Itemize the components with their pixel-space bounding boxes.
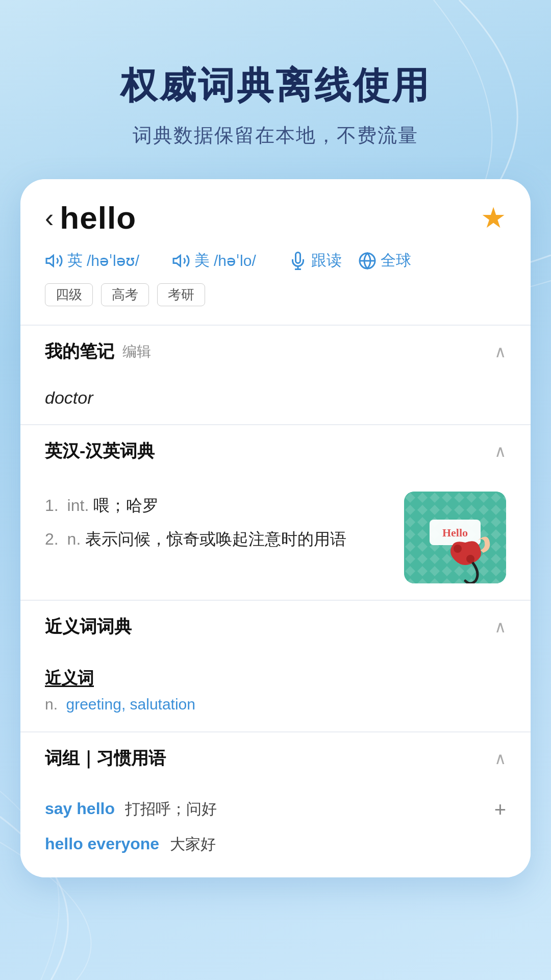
svg-text:Hello: Hello xyxy=(442,526,468,539)
dict-def-2: 2. n. 表示问候，惊奇或唤起注意时的用语 xyxy=(45,525,392,553)
dict-section-header: 英汉-汉英词典 ∧ xyxy=(20,425,531,477)
phrase-english-2[interactable]: hello everyone xyxy=(45,835,159,853)
synonym-title: 近义词词典 xyxy=(45,615,132,639)
british-symbol: /həˈləʊ/ xyxy=(87,252,139,270)
notes-collapse-button[interactable]: ∧ xyxy=(494,342,506,361)
phrase-english-1[interactable]: say hello xyxy=(45,799,115,818)
mic-icon xyxy=(289,252,307,270)
phrase-chinese-1: 打招呼；问好 xyxy=(125,800,217,817)
synonym-words-row: n. greeting, salutation xyxy=(45,696,506,713)
word-title-left: ‹ hello xyxy=(45,200,136,236)
tag-gaokao: 高考 xyxy=(101,283,149,306)
dict-def-meaning-1: 喂；哈罗 xyxy=(93,496,159,514)
phrases-section-header: 词组｜习惯用语 ∧ xyxy=(20,732,531,785)
notes-header-left: 我的笔记 编辑 xyxy=(45,340,151,363)
notes-title: 我的笔记 xyxy=(45,340,114,363)
dictionary-card: ‹ hello ★ 英 /həˈləʊ/ xyxy=(20,179,531,877)
notes-section-header: 我的笔记 编辑 ∧ xyxy=(20,326,531,378)
follow-read-button[interactable]: 跟读 xyxy=(289,250,342,271)
svg-marker-1 xyxy=(173,255,181,266)
word-header: ‹ hello ★ 英 /həˈləʊ/ xyxy=(20,179,531,325)
tags-row: 四级 高考 考研 xyxy=(45,283,506,306)
speaker-american-icon xyxy=(172,252,190,270)
phrase-row-1: say hello 打招呼；问好 + xyxy=(45,799,506,820)
british-lang-label: 英 xyxy=(67,250,83,271)
dict-def-1: 1. int. 喂；哈罗 xyxy=(45,492,392,519)
dict-title: 英汉-汉英词典 xyxy=(45,439,155,463)
notes-edit-button[interactable]: 编辑 xyxy=(122,342,151,361)
phrase-add-button-1[interactable]: + xyxy=(494,799,506,820)
dict-definitions: 1. int. 喂；哈罗 2. n. 表示问候，惊奇或唤起注意时的用语 xyxy=(45,492,392,559)
sub-title: 词典数据保留在本地，不费流量 xyxy=(0,122,551,149)
synonym-subtitle: 近义词 xyxy=(45,667,506,690)
global-button[interactable]: 全球 xyxy=(358,250,411,271)
follow-read-label: 跟读 xyxy=(311,250,342,271)
american-symbol: /həˈlo/ xyxy=(214,252,256,270)
synonym-content: 近义词 n. greeting, salutation xyxy=(20,653,531,731)
synonym-pos: n. xyxy=(45,696,58,713)
synonym-word-list[interactable]: greeting, salutation xyxy=(66,696,195,713)
back-button[interactable]: ‹ xyxy=(45,205,54,231)
dict-collapse-button[interactable]: ∧ xyxy=(494,442,506,461)
phrases-content: say hello 打招呼；问好 + hello everyone 大家好 xyxy=(20,785,531,877)
american-lang-label: 美 xyxy=(194,250,210,271)
phrase-text-1: say hello 打招呼；问好 xyxy=(45,799,217,820)
dict-def-meaning-2: 表示问候，惊奇或唤起注意时的用语 xyxy=(85,530,346,548)
tag-kaoyan: 考研 xyxy=(157,283,205,306)
notes-content: doctor xyxy=(20,378,531,424)
hello-illustration: Hello xyxy=(404,492,506,583)
phrase-chinese-2: 大家好 xyxy=(170,836,216,852)
global-label: 全球 xyxy=(381,250,411,271)
svg-point-11 xyxy=(466,555,474,563)
top-section: 权威词典离线使用 词典数据保留在本地，不费流量 xyxy=(0,0,551,179)
phonetics-row: 英 /həˈləʊ/ 美 /həˈlo/ xyxy=(45,250,506,271)
dict-content: 1. int. 喂；哈罗 2. n. 表示问候，惊奇或唤起注意时的用语 xyxy=(20,477,531,600)
phrases-collapse-button[interactable]: ∧ xyxy=(494,749,506,768)
phrase-row-2: hello everyone 大家好 xyxy=(45,834,506,855)
phrase-text-2: hello everyone 大家好 xyxy=(45,834,216,855)
dict-def-pos-1: int. xyxy=(67,496,94,514)
global-icon xyxy=(358,252,377,270)
phrases-title: 词组｜习惯用语 xyxy=(45,747,166,770)
note-text: doctor xyxy=(45,388,93,407)
dict-def-pos-2: n. xyxy=(67,530,86,548)
svg-marker-0 xyxy=(46,255,54,266)
word-title-row: ‹ hello ★ xyxy=(45,200,506,236)
synonym-section-header: 近义词词典 ∧ xyxy=(20,601,531,653)
dict-entry-row: 1. int. 喂；哈罗 2. n. 表示问候，惊奇或唤起注意时的用语 xyxy=(45,492,506,583)
british-phonetic[interactable]: 英 /həˈləʊ/ xyxy=(45,250,139,271)
speaker-british-icon xyxy=(45,252,63,270)
svg-point-10 xyxy=(454,545,462,553)
american-phonetic[interactable]: 美 /həˈlo/ xyxy=(172,250,256,271)
tag-sijie: 四级 xyxy=(45,283,93,306)
dict-def-num-2: 2. xyxy=(45,530,59,548)
word-display: hello xyxy=(60,200,136,236)
star-favorite-button[interactable]: ★ xyxy=(481,201,506,234)
main-title: 权威词典离线使用 xyxy=(0,61,551,110)
dict-def-num-1: 1. xyxy=(45,496,59,514)
synonym-collapse-button[interactable]: ∧ xyxy=(494,617,506,636)
